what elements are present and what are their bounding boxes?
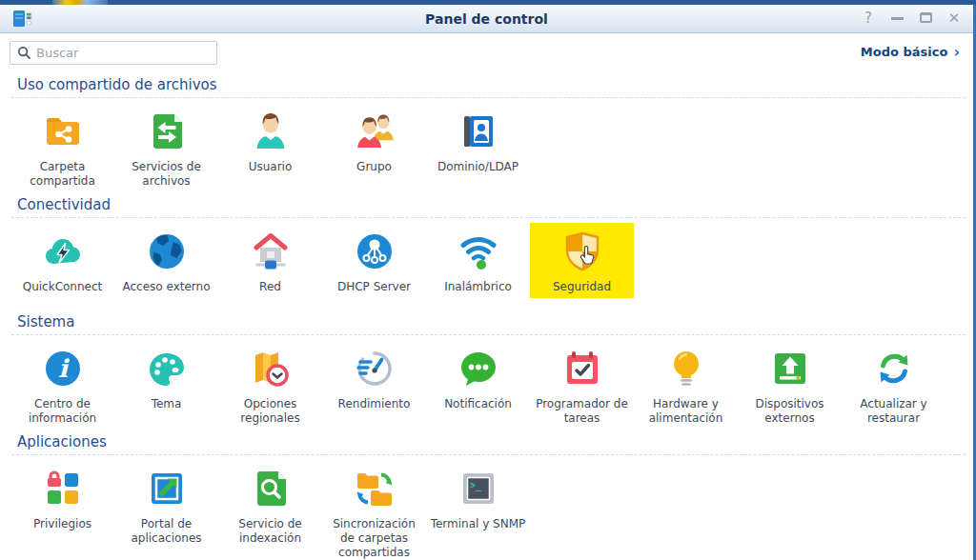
app-item-actualizar-y-restaurar[interactable]: Actualizar y restaurar	[842, 340, 946, 430]
app-item-label: Privilegios	[12, 517, 112, 531]
section-title: Aplicaciones	[17, 433, 973, 450]
app-item-label: Inalámbrico	[428, 280, 528, 294]
app-item-label: Seguridad	[532, 280, 632, 294]
app-item-notificacion[interactable]: Notificación	[426, 340, 530, 430]
terminal-snmp-icon: >_	[456, 466, 501, 511]
app-item-servicio-de-indexacion[interactable]: Servicio de indexación	[218, 460, 322, 560]
maximize-icon	[920, 12, 932, 23]
basic-mode-label: Modo básico	[861, 45, 948, 59]
search-input[interactable]	[36, 46, 216, 60]
section-applications: Aplicaciones Privilegios Portal de aplic…	[0, 433, 973, 560]
app-item-servicios-de-archivos[interactable]: Servicios de archivos	[114, 103, 218, 192]
network-icon	[248, 229, 294, 274]
app-item-carpeta-compartida[interactable]: Carpeta compartida	[10, 103, 114, 192]
file-services-icon	[144, 109, 190, 154]
maximize-button[interactable]	[918, 10, 933, 27]
app-item-red[interactable]: Red	[218, 223, 322, 298]
app-item-tema[interactable]: Tema	[114, 340, 218, 430]
chevron-right-icon: ›	[953, 46, 960, 58]
shared-folder-icon	[40, 109, 86, 154]
app-item-programador-de-tareas[interactable]: Programador de tareas	[530, 340, 634, 430]
app-item-label: Notificación	[428, 397, 528, 411]
update-restore-icon	[871, 346, 917, 391]
app-item-label: Actualizar y restaurar	[844, 397, 944, 426]
app-item-label: Sincronización de carpetas compartidas	[324, 517, 424, 560]
task-scheduler-icon	[559, 346, 605, 391]
toolbar: Modo básico ›	[0, 33, 973, 65]
app-item-label: Usuario	[220, 160, 320, 174]
app-item-grupo[interactable]: Grupo	[322, 103, 426, 192]
app-item-quickconnect[interactable]: QuickConnect	[10, 223, 114, 298]
control-panel-window: Panel de control ? ✕ Modo básico › Uso c…	[0, 5, 976, 560]
external-devices-icon	[767, 346, 813, 391]
app-item-privilegios[interactable]: Privilegios	[10, 460, 114, 560]
help-button[interactable]: ?	[861, 10, 876, 27]
app-item-label: Carpeta compartida	[12, 160, 112, 189]
section-divider	[11, 334, 966, 335]
app-item-portal-de-aplicaciones[interactable]: Portal de aplicaciones	[114, 460, 218, 560]
hardware-power-icon	[663, 346, 709, 391]
app-item-hardware-y-alimentacion[interactable]: Hardware y alimentación	[634, 340, 738, 430]
performance-icon	[352, 346, 397, 391]
section-divider	[11, 97, 966, 98]
app-item-label: Red	[220, 280, 320, 294]
app-item-label: Programador de tareas	[532, 397, 632, 426]
domain-ldap-icon	[456, 109, 501, 154]
external-access-icon	[144, 229, 190, 274]
user-icon	[248, 109, 294, 154]
app-item-label: Grupo	[324, 160, 424, 174]
info-center-icon: i	[40, 346, 86, 391]
app-item-dominio-ldap[interactable]: Dominio/LDAP	[426, 103, 530, 192]
section-title: Sistema	[17, 313, 973, 330]
app-item-label: Servicio de indexación	[220, 517, 320, 546]
titlebar: Panel de control ? ✕	[0, 5, 973, 33]
app-item-label: Portal de aplicaciones	[116, 517, 216, 546]
minimize-button[interactable]	[889, 10, 905, 27]
app-item-label: Opciones regionales	[220, 397, 320, 426]
app-item-terminal-y-snmp[interactable]: >_ Terminal y SNMP	[426, 460, 530, 560]
close-button[interactable]: ✕	[946, 10, 962, 27]
dhcp-server-icon	[352, 229, 397, 274]
section-connectivity: Conectividad QuickConnect Acceso externo	[0, 196, 973, 298]
app-item-dhcp-server[interactable]: DHCP Server	[322, 223, 426, 298]
section-title: Conectividad	[17, 196, 973, 213]
window-title: Panel de control	[0, 11, 973, 27]
theme-icon	[144, 346, 190, 391]
app-item-opciones-regionales[interactable]: Opciones regionales	[218, 340, 322, 430]
privileges-icon	[40, 466, 86, 511]
app-item-rendimiento[interactable]: Rendimiento	[322, 340, 426, 430]
app-item-label: Acceso externo	[116, 280, 216, 294]
section-title: Uso compartido de archivos	[17, 76, 973, 93]
notification-icon	[456, 346, 501, 391]
application-portal-icon	[144, 466, 190, 511]
app-item-label: Servicios de archivos	[116, 160, 216, 189]
search-box[interactable]	[10, 41, 217, 65]
wireless-icon	[456, 229, 501, 274]
app-item-label: Hardware y alimentación	[636, 397, 736, 426]
app-item-centro-de-informacion[interactable]: i Centro de información	[10, 340, 114, 430]
search-icon	[17, 46, 31, 60]
app-item-seguridad[interactable]: Seguridad	[530, 223, 634, 298]
app-item-dispositivos-externos[interactable]: Dispositivos externos	[738, 340, 842, 430]
hand-cursor-icon	[580, 246, 595, 269]
app-item-inalambrico[interactable]: Inalámbrico	[426, 223, 530, 298]
app-item-usuario[interactable]: Usuario	[218, 103, 322, 192]
shared-folder-sync-icon	[352, 466, 397, 511]
app-item-acceso-externo[interactable]: Acceso externo	[114, 223, 218, 298]
quickconnect-icon	[40, 229, 86, 274]
section-divider	[11, 454, 966, 455]
basic-mode-link[interactable]: Modo básico ›	[861, 45, 960, 59]
app-item-sincronizacion-de-carpetas-compartidas[interactable]: Sincronización de carpetas compartidas	[322, 460, 426, 560]
app-item-label: Dispositivos externos	[740, 397, 840, 426]
app-item-label: Dominio/LDAP	[428, 160, 528, 174]
app-item-label: DHCP Server	[324, 280, 424, 294]
content-area: Modo básico › Uso compartido de archivos…	[0, 33, 973, 559]
regional-options-icon	[248, 346, 294, 391]
group-icon	[352, 109, 397, 154]
section-system: Sistema i Centro de información Tema	[0, 313, 973, 430]
app-item-label: QuickConnect	[12, 280, 112, 294]
app-item-label: Terminal y SNMP	[428, 517, 528, 531]
section-divider	[11, 217, 966, 218]
indexing-service-icon	[248, 466, 294, 511]
app-item-label: Rendimiento	[324, 397, 424, 411]
